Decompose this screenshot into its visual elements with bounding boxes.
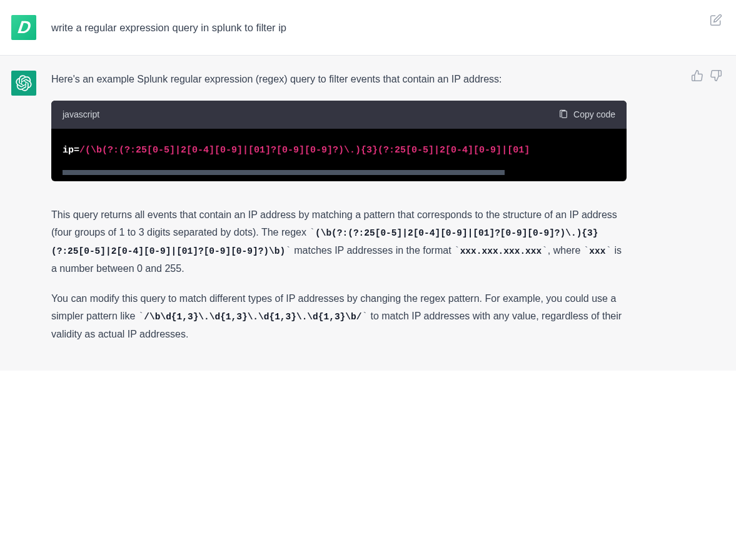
code-token-regex: /(\b(?:(?:25[0-5]|2[0-4][0-9]|[01]?[0-9]… (79, 145, 530, 156)
explanation-paragraph-2: You can modify this query to match diffe… (51, 290, 627, 343)
inline-code-format: xxx.xxx.xxx.xxx (460, 246, 542, 256)
thumbs-up-icon[interactable] (691, 69, 703, 82)
thumbs-down-icon[interactable] (710, 69, 722, 82)
assistant-avatar (11, 71, 36, 96)
assistant-message-content: Here's an example Splunk regular express… (51, 71, 664, 356)
clipboard-icon (558, 109, 568, 119)
code-horizontal-scrollbar[interactable] (63, 170, 505, 175)
svg-rect-0 (562, 111, 567, 118)
user-avatar-letter: D (17, 18, 31, 38)
code-block: javascript Copy code ip=/(\b(?:(?:25[0-5… (51, 101, 627, 181)
openai-logo-icon (16, 75, 32, 91)
code-token-var: ip= (63, 145, 79, 156)
explanation-paragraph-1: This query returns all events that conta… (51, 206, 627, 278)
code-body[interactable]: ip=/(\b(?:(?:25[0-5]|2[0-4][0-9]|[01]?[0… (51, 129, 627, 181)
edit-icon[interactable] (710, 14, 722, 26)
user-message-text: write a regular expression query in splu… (51, 15, 664, 40)
assistant-message-row: Here's an example Splunk regular express… (0, 56, 736, 371)
user-message-row: D write a regular expression query in sp… (0, 0, 736, 56)
code-language-label: javascript (63, 107, 99, 122)
inline-code-simple-regex: /\b\d{1,3}\.\d{1,3}\.\d{1,3}\.\d{1,3}\b/ (144, 312, 361, 322)
user-message-actions (710, 14, 722, 26)
user-avatar: D (11, 15, 36, 40)
copy-code-label: Copy code (573, 107, 615, 122)
inline-code-xxx: xxx (589, 246, 605, 256)
code-header: javascript Copy code (51, 101, 627, 129)
assistant-message-actions (691, 69, 722, 82)
exp-text: , where (548, 245, 583, 256)
copy-code-button[interactable]: Copy code (558, 107, 615, 122)
exp-text: matches IP addresses in the format (291, 245, 454, 256)
assistant-intro-text: Here's an example Splunk regular express… (51, 71, 627, 88)
